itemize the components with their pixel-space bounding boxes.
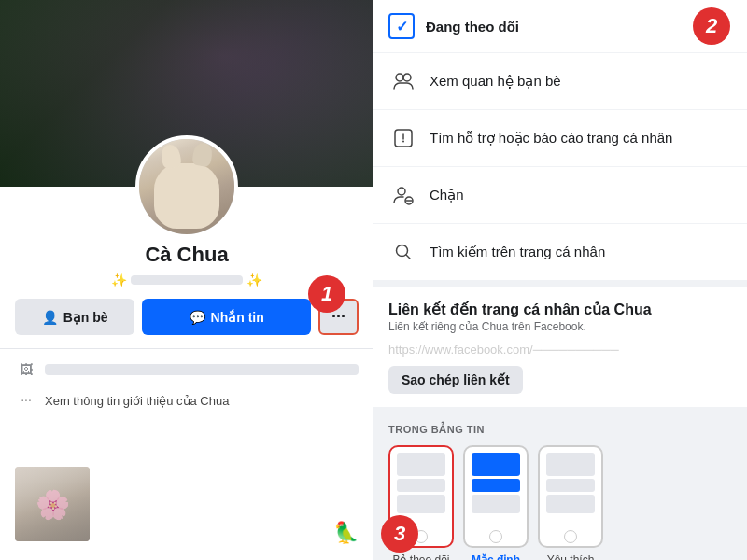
block-icon [388,180,418,210]
block-label: Chặn [430,187,464,203]
left-panel: Cà Chua ✨ ✨ 👤 Bạn bè 💬 Nhắn tin ··· 🖼 ··… [0,0,374,560]
report-label: Tìm hỗ trợ hoặc báo cáo trang cá nhân [430,130,672,147]
relationship-label: Xem quan hệ bạn bè [430,73,561,90]
badge-1: 1 [308,275,345,313]
bar-1-favorite [546,453,595,476]
dog-silhouette [154,163,219,229]
info-row-see-intro: ··· Xem thông tin giới thiệu của Chua [15,388,359,411]
feed-label: TRONG BẢNG TIN [388,424,732,436]
see-intro-text: Xem thông tin giới thiệu của Chua [45,394,229,408]
feed-option-favorite[interactable]: Yêu thích [538,445,603,560]
bar-2-favorite [546,479,595,492]
menu-item-relationship[interactable]: Xem quan hệ bạn bè [374,53,747,110]
feed-option-default[interactable]: Mặc định [463,445,529,560]
messenger-icon: 💬 [190,310,205,325]
bar-3-default [472,495,520,513]
cover-photo [0,0,374,187]
menu-item-report[interactable]: Tìm hỗ trợ hoặc báo cáo trang cá nhân [374,110,747,167]
badge-2: 2 [693,7,730,45]
svg-point-3 [402,141,404,143]
search-icon [388,237,418,267]
friend-button-label: Bạn bè [63,310,108,325]
bird-icon: 🦜 [333,521,359,545]
menu-item-block[interactable]: Chặn [374,167,747,224]
link-url: https://www.facebook.com/────────── [388,343,732,357]
link-subtitle: Liên kết riêng của Chua trên Facebook. [388,320,732,333]
menu-item-following[interactable]: ✓ Đang theo dõi [374,0,747,53]
bar-3-unfollow [397,495,445,513]
badge-3: 3 [381,515,418,553]
info-text-blurred [45,364,359,375]
message-button-label: Nhắn tin [211,310,264,325]
profile-tagline: ✨ ✨ [15,273,359,287]
svg-point-1 [403,74,411,81]
bar-2-unfollow [397,479,445,492]
search-label: Tìm kiếm trên trang cá nhân [430,244,605,260]
friend-icon: 👤 [42,310,58,325]
right-panel: ✓ Đang theo dõi Xem quan hệ bạn bè [374,0,747,560]
info-icon-1: 🖼 [15,358,37,381]
svg-point-0 [396,74,403,81]
photo-thumbnail: 🌸 [15,467,90,541]
avatar-image [139,139,234,234]
home-btn-favorite [564,530,577,543]
link-title: Liên kết đến trang cá nhân của Chua [388,301,732,318]
report-icon [388,123,418,153]
following-check-icon: ✓ [388,13,415,39]
relationship-icon [388,66,418,96]
feed-label-unfollow: Bỏ theo dõi [392,553,449,560]
friend-button[interactable]: 👤 Bạn bè [15,299,134,335]
avatar [135,135,238,238]
phone-mockup-favorite [538,445,603,548]
feed-label-favorite: Yêu thích [547,553,595,560]
svg-point-4 [398,188,405,195]
phone-mockup-default [463,445,529,548]
message-button[interactable]: 💬 Nhắn tin [142,299,311,335]
bar-3-favorite [546,495,595,513]
menu-section: ✓ Đang theo dõi Xem quan hệ bạn bè [374,0,747,280]
tagline-blurred [131,275,243,285]
profile-name: Cà Chua [15,243,359,267]
feed-label-default: Mặc định [472,553,520,560]
feed-options: Bỏ theo dõi Mặc định [388,445,732,560]
copy-link-button[interactable]: Sao chép liên kết [388,366,523,394]
info-row-1: 🖼 [15,358,359,381]
sparkle-left: ✨ [111,273,127,287]
right-wrapper: ✓ Đang theo dõi Xem quan hệ bạn bè [374,0,747,560]
bar-1-default [472,453,520,476]
bar-1-unfollow [397,453,445,476]
feed-section: TRONG BẢNG TIN Bỏ theo dõi [374,414,747,560]
link-blur: ────────── [533,343,619,357]
link-section: Liên kết đến trang cá nhân của Chua Liên… [374,287,747,407]
sparkle-right: ✨ [247,273,262,287]
menu-item-search[interactable]: Tìm kiếm trên trang cá nhân [374,224,747,280]
home-btn-default [489,530,502,543]
info-section: 🖼 ··· Xem thông tin giới thiệu của Chua [0,348,374,411]
bar-2-default [472,479,520,492]
following-label: Đang theo dõi [426,19,519,35]
